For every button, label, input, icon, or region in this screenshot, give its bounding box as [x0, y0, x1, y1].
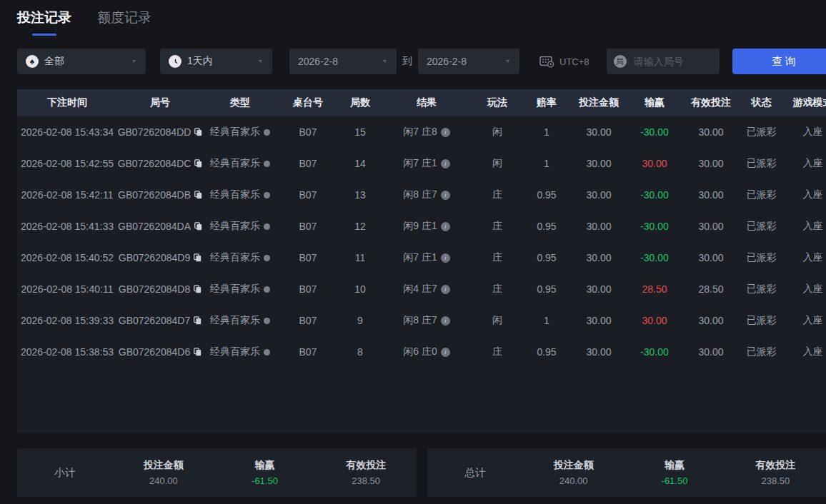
query-button[interactable]: 查询 — [732, 49, 826, 74]
cell-table_no: B07 — [277, 189, 339, 201]
time-range-dropdown[interactable]: 1天内 ▼ — [160, 49, 272, 74]
column-header-time: 下注时间 — [17, 96, 117, 109]
column-header-round_id: 局号 — [117, 96, 203, 109]
copy-icon[interactable] — [194, 159, 202, 168]
cell-round_id-text: GB07262084D7 — [119, 315, 190, 326]
cell-odds-text: 0.95 — [537, 283, 556, 295]
cell-table_no-text: B07 — [299, 126, 317, 138]
cell-result: 闲7 庄8i — [382, 126, 472, 138]
date-to-dropdown[interactable]: 2026-2-8 ▼ — [418, 49, 519, 74]
cell-win: -30.00 — [627, 252, 682, 263]
cell-mode-text: 入座 — [803, 346, 823, 358]
cell-bet-text: 30.00 — [586, 126, 611, 138]
game-type-value: 全部 — [44, 55, 64, 68]
cell-game-text: 经典百家乐 — [210, 157, 260, 170]
info-icon[interactable]: i — [441, 285, 450, 294]
info-icon[interactable]: i — [441, 191, 450, 200]
cell-game: 经典百家乐 — [203, 157, 277, 170]
cell-valid: 30.00 — [682, 221, 740, 232]
table-row: 2026-02-08 15:42:11GB07262084DB经典百家乐B071… — [17, 179, 826, 211]
cell-time-text: 2026-02-08 15:43:34 — [21, 126, 114, 138]
cell-mode: 入座 — [782, 346, 826, 358]
cell-mode: 入座 — [782, 188, 826, 201]
cell-odds: 0.95 — [523, 346, 570, 358]
cell-win-text: -30.00 — [640, 252, 669, 263]
copy-icon[interactable] — [194, 128, 202, 136]
table-header-row: 下注时间局号类型桌台号局数结果玩法赔率投注金额输赢有效投注状态游戏模式 — [17, 89, 826, 116]
cell-result: 闲7 庄1i — [382, 157, 472, 170]
info-icon[interactable]: i — [441, 348, 450, 357]
column-header-result: 结果 — [382, 96, 472, 109]
cell-play-text: 闲 — [492, 157, 502, 170]
info-icon[interactable]: i — [441, 253, 450, 263]
cell-game-text: 经典百家乐 — [210, 283, 260, 296]
cell-result: 闲7 庄1i — [382, 251, 472, 264]
tab-bet-records[interactable]: 投注记录 — [17, 9, 71, 36]
cell-round_no-text: 10 — [354, 283, 366, 295]
cell-round_no-text: 9 — [357, 315, 363, 326]
cell-odds-text: 1 — [544, 126, 549, 138]
cell-table_no: B07 — [277, 346, 339, 358]
copy-icon[interactable] — [194, 253, 201, 262]
time-range-value: 1天内 — [187, 55, 213, 68]
subtotal-label: 小计 — [17, 466, 113, 480]
game-type-dot-icon — [264, 255, 270, 261]
cell-round_id: GB07262084D7 — [117, 315, 203, 326]
cell-bet: 30.00 — [570, 283, 627, 295]
total-panel: 总计 投注金额 240.00 输赢 -61.50 有效投注 238.50 — [427, 448, 826, 497]
date-from-dropdown[interactable]: 2026-2-8 ▼ — [289, 49, 397, 74]
cell-mode: 入座 — [782, 251, 826, 264]
cell-play: 庄 — [472, 220, 523, 233]
cell-round_no-text: 12 — [354, 221, 366, 232]
cell-valid-text: 30.00 — [698, 189, 723, 201]
cell-table_no-text: B07 — [299, 252, 317, 263]
round-search-box: 局 — [607, 49, 720, 74]
column-header-win: 输赢 — [627, 96, 682, 109]
info-icon[interactable]: i — [441, 128, 450, 137]
cell-odds: 1 — [523, 126, 570, 138]
cell-status: 已派彩 — [740, 188, 782, 201]
table-row: 2026-02-08 15:42:55GB07262084DC经典百家乐B071… — [17, 148, 826, 179]
cell-round_no: 14 — [339, 158, 382, 169]
cell-play: 闲 — [472, 126, 523, 138]
cell-odds: 0.95 — [523, 221, 570, 232]
cell-time: 2026-02-08 15:39:33 — [17, 315, 117, 326]
game-type-dropdown[interactable]: ♠ 全部 ▼ — [17, 49, 146, 74]
cell-valid-text: 30.00 — [698, 252, 723, 263]
copy-icon[interactable] — [194, 316, 201, 325]
cell-status-text: 已派彩 — [747, 314, 777, 327]
cell-result: 闲8 庄7i — [382, 188, 472, 201]
game-type-dot-icon — [264, 223, 270, 230]
table-row: 2026-02-08 15:40:11GB07262084D8经典百家乐B071… — [17, 273, 826, 305]
cell-valid: 30.00 — [682, 126, 740, 138]
tab-quota-records[interactable]: 额度记录 — [97, 9, 151, 27]
copy-icon[interactable] — [194, 285, 201, 293]
cell-valid: 30.00 — [682, 315, 740, 326]
cell-time: 2026-02-08 15:40:52 — [17, 252, 117, 263]
cell-status-text: 已派彩 — [747, 157, 777, 170]
date-to-value: 2026-2-8 — [427, 56, 467, 67]
cell-win: 30.00 — [627, 158, 682, 169]
clock-icon — [169, 55, 181, 68]
cell-result-text: 闲7 庄1 — [403, 251, 437, 264]
info-icon[interactable]: i — [441, 316, 450, 326]
game-type-dot-icon — [264, 349, 270, 356]
info-icon[interactable]: i — [441, 222, 450, 231]
column-header-mode: 游戏模式 — [782, 96, 826, 109]
cell-play: 庄 — [472, 251, 523, 264]
copy-icon[interactable] — [194, 222, 202, 231]
cell-win: -30.00 — [627, 126, 682, 138]
cell-result: 闲8 庄7i — [382, 314, 472, 327]
cell-round_no: 11 — [339, 252, 382, 263]
cell-mode: 入座 — [782, 126, 826, 138]
cell-play: 闲 — [472, 157, 523, 170]
copy-icon[interactable] — [194, 348, 201, 356]
table-row: 2026-02-08 15:38:53GB07262084D6经典百家乐B078… — [17, 336, 826, 368]
info-icon[interactable]: i — [441, 159, 450, 168]
cell-round_no-text: 11 — [355, 252, 366, 263]
cell-round_id-text: GB07262084D9 — [119, 252, 190, 263]
round-search-input[interactable] — [632, 55, 714, 68]
cell-odds: 1 — [523, 158, 570, 169]
copy-icon[interactable] — [194, 191, 202, 199]
cell-status-text: 已派彩 — [747, 283, 777, 296]
